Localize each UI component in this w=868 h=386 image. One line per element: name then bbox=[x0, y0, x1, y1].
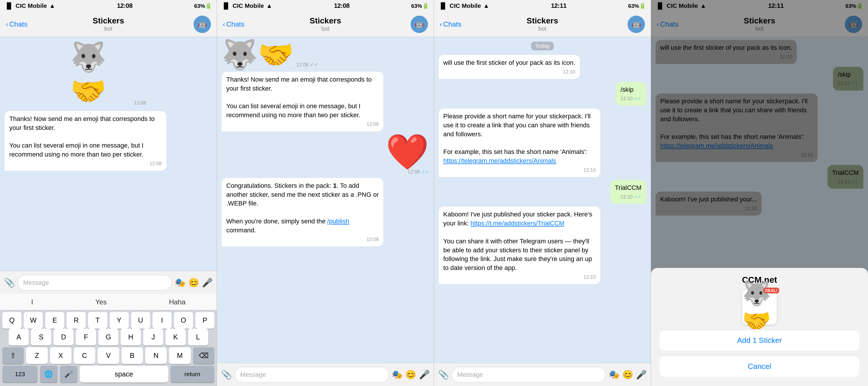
key-w[interactable]: W bbox=[24, 312, 43, 329]
battery-3: 63%🔋 bbox=[628, 3, 646, 9]
key-j[interactable]: J bbox=[143, 329, 163, 346]
key-x[interactable]: X bbox=[50, 347, 71, 364]
msg-text-3-2: Please provide a short name for your sti… bbox=[443, 112, 596, 166]
key-d[interactable]: D bbox=[54, 329, 73, 346]
key-c[interactable]: C bbox=[74, 347, 95, 364]
key-123[interactable]: 123 bbox=[2, 366, 38, 383]
nav-center-1: Stickers bot bbox=[93, 16, 124, 32]
attach-icon-1[interactable]: 📎 bbox=[4, 277, 15, 288]
panel-2: ▐▌ CIC Mobile ▲ 12:08 63%🔋 ‹ Chats Stick… bbox=[217, 0, 434, 386]
key-return[interactable]: return bbox=[170, 366, 214, 383]
key-k[interactable]: K bbox=[165, 329, 185, 346]
attach-icon-3[interactable]: 📎 bbox=[438, 369, 449, 380]
sticker-image-2: 🐺🤝 bbox=[222, 40, 294, 69]
signal-icon-3: ▐▌ bbox=[439, 2, 447, 9]
input-placeholder-2: Message bbox=[240, 371, 266, 379]
emoji-icon-1[interactable]: 😊 bbox=[188, 277, 199, 288]
nav-title-1: Stickers bbox=[93, 16, 124, 26]
status-bar-1: ▐▌ CIC Mobile ▲ 12:08 63%🔋 bbox=[0, 0, 217, 11]
kb-row-3: ⇧ Z X C V B N M ⌫ bbox=[0, 346, 217, 364]
back-button-1[interactable]: ‹ Chats bbox=[6, 20, 28, 28]
sticker-icon-2[interactable]: 🎭 bbox=[392, 369, 402, 380]
key-t[interactable]: T bbox=[88, 312, 107, 329]
msg-time-3-2: 12:10 bbox=[443, 167, 596, 174]
input-bar-2: 📎 Message 🎭 😊 🎤 bbox=[217, 363, 434, 386]
today-badge-3: Today bbox=[531, 42, 554, 50]
key-q[interactable]: Q bbox=[2, 312, 22, 329]
key-f[interactable]: F bbox=[76, 329, 96, 346]
chat-area-1: 🐺🤝 12:08 Thanks! Now send me an emoji th… bbox=[0, 37, 217, 271]
battery-icon: 63%🔋 bbox=[194, 3, 212, 9]
message-input-1[interactable]: Message bbox=[18, 275, 172, 291]
key-s[interactable]: S bbox=[31, 329, 51, 346]
suggestion-yes[interactable]: Yes bbox=[95, 298, 107, 306]
key-r[interactable]: R bbox=[66, 312, 86, 329]
key-y[interactable]: Y bbox=[110, 312, 129, 329]
chat-area-2: 🐺🤝 12:08 ✓✓ Thanks! Now send me an emoji… bbox=[217, 37, 434, 363]
animals-link-3[interactable]: https://telegram.me/addstickers/Animals bbox=[443, 157, 556, 165]
time-3: 12:11 bbox=[551, 2, 566, 9]
key-l[interactable]: L bbox=[188, 329, 208, 346]
kb-row-2: A S D F G H J K L bbox=[0, 329, 217, 346]
key-h[interactable]: H bbox=[121, 329, 141, 346]
nav-bar-1: ‹ Chats Stickers bot 🤖 bbox=[0, 11, 217, 37]
sticker-image-1: 🐺🤝 bbox=[70, 42, 134, 106]
attach-icon-2[interactable]: 📎 bbox=[221, 369, 232, 380]
back-button-3[interactable]: ‹ Chats bbox=[440, 20, 462, 28]
key-i[interactable]: I bbox=[153, 312, 172, 329]
key-b[interactable]: B bbox=[122, 347, 143, 364]
heart-sticker-2: ❤️ bbox=[386, 134, 429, 169]
keyboard-1: I Yes Haha Q W E R T Y U I O P A S D F G… bbox=[0, 294, 217, 386]
key-u[interactable]: U bbox=[131, 312, 150, 329]
msg-3-kaboom: Kaboom! I've just published your sticker… bbox=[439, 207, 600, 284]
trial-link-3[interactable]: https://t.me/addstickers/TrialCCM bbox=[470, 219, 564, 227]
carrier-1: ▐▌ CIC Mobile ▲ bbox=[5, 2, 55, 9]
nav-subtitle-3: bot bbox=[527, 26, 558, 32]
cancel-button-4[interactable]: Cancel bbox=[660, 356, 859, 377]
emoji-icon-2[interactable]: 😊 bbox=[405, 369, 416, 380]
key-g[interactable]: G bbox=[98, 329, 118, 346]
key-mic[interactable]: 🎤 bbox=[60, 366, 78, 383]
suggestion-i[interactable]: I bbox=[31, 298, 33, 306]
sticker-icon-1[interactable]: 🎭 bbox=[175, 277, 185, 288]
message-input-2[interactable]: Message bbox=[235, 367, 389, 383]
battery-2: 63%🔋 bbox=[411, 3, 429, 9]
mic-icon-2[interactable]: 🎤 bbox=[419, 369, 430, 380]
key-a[interactable]: A bbox=[9, 329, 29, 346]
key-m[interactable]: M bbox=[169, 347, 190, 364]
avatar-2[interactable]: 🤖 bbox=[410, 16, 428, 33]
key-v[interactable]: V bbox=[97, 347, 119, 364]
publish-link[interactable]: /publish bbox=[327, 217, 349, 225]
wifi-icon: ▲ bbox=[49, 2, 55, 9]
back-button-2[interactable]: ‹ Chats bbox=[223, 20, 245, 28]
key-space[interactable]: space bbox=[80, 366, 168, 383]
key-z[interactable]: Z bbox=[26, 347, 48, 364]
key-o[interactable]: O bbox=[174, 312, 193, 329]
modal-sheet-4: CCM.net 🐺🤝 DEAL! Add 1 Sticker Cancel bbox=[651, 268, 868, 386]
key-shift[interactable]: ⇧ bbox=[2, 347, 24, 364]
key-p[interactable]: P bbox=[195, 312, 214, 329]
msg-text-3-kaboom: Kaboom! I've just published your sticker… bbox=[443, 210, 596, 273]
emoji-icon-3[interactable]: 😊 bbox=[622, 369, 633, 380]
carrier-name-1: CIC Mobile bbox=[16, 2, 47, 9]
carrier-3-left: ▐▌ CIC Mobile ▲ bbox=[439, 2, 489, 9]
mic-icon-1[interactable]: 🎤 bbox=[202, 277, 213, 288]
msg-3-trial: TrialCCM 12:10 ✓✓ bbox=[610, 180, 646, 204]
sticker-time-2: 12:08 ✓✓ bbox=[296, 62, 318, 68]
message-input-3[interactable]: Message bbox=[452, 367, 606, 383]
key-e[interactable]: E bbox=[45, 312, 64, 329]
msg-3-2: Please provide a short name for your sti… bbox=[439, 109, 600, 177]
avatar-1[interactable]: 🤖 bbox=[193, 16, 211, 33]
chevron-left-icon: ‹ bbox=[6, 20, 8, 28]
key-globe[interactable]: 🌐 bbox=[40, 366, 58, 383]
key-n[interactable]: N bbox=[145, 347, 167, 364]
suggestion-haha[interactable]: Haha bbox=[169, 298, 185, 306]
sticker-row-2: 🐺🤝 12:08 ✓✓ bbox=[222, 40, 429, 69]
heart-time-2: 12:08 ✓✓ bbox=[407, 169, 429, 175]
nav-subtitle-2: bot bbox=[310, 26, 341, 32]
avatar-3[interactable]: 🤖 bbox=[627, 16, 645, 33]
sticker-icon-3[interactable]: 🎭 bbox=[609, 369, 619, 380]
battery-1: 63%🔋 bbox=[194, 3, 212, 9]
mic-icon-3[interactable]: 🎤 bbox=[636, 369, 647, 380]
key-backspace[interactable]: ⌫ bbox=[193, 347, 214, 364]
